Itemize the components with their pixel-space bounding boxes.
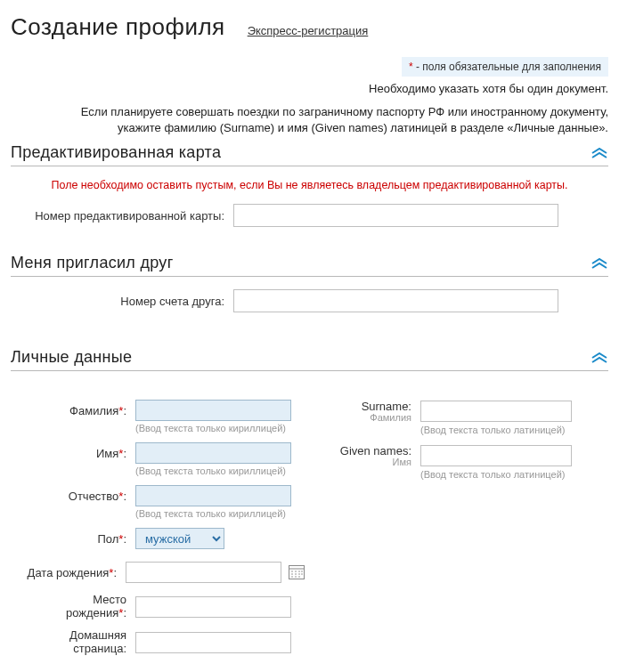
svg-rect-0 (289, 566, 305, 579)
name-ru-hint: (Ввод текста только кириллицей) (135, 464, 305, 482)
gender-label: Пол*: (11, 532, 135, 546)
surname-en-input[interactable] (420, 401, 572, 422)
svg-point-6 (291, 574, 293, 576)
collapse-icon[interactable] (590, 148, 608, 158)
svg-point-4 (298, 571, 300, 573)
card-warning-text: Поле необходимо оставить пустым, если Вы… (11, 179, 608, 191)
express-registration-link[interactable]: Экспресс-регистрация (248, 24, 369, 37)
svg-point-9 (301, 574, 303, 576)
homepage-label: Домашняя страница: (11, 629, 135, 656)
section-title-personal: Личные данные (11, 348, 132, 367)
svg-point-11 (295, 577, 297, 579)
page-title: Создание профиля (11, 13, 225, 41)
birthplace-label: Место рождения*: (11, 594, 135, 620)
svg-point-2 (291, 571, 293, 573)
section-title-card: Предактивированная карта (11, 143, 221, 162)
name-ru-input[interactable] (135, 442, 291, 464)
patronymic-label: Отчество*: (11, 490, 135, 503)
name-ru-label: Имя*: (11, 447, 135, 460)
card-number-input[interactable] (233, 204, 558, 227)
svg-point-3 (295, 571, 297, 573)
svg-point-7 (295, 574, 297, 576)
svg-point-8 (298, 574, 300, 576)
collapse-icon[interactable] (590, 352, 608, 363)
given-names-en-hint: (Ввод текста только латиницей) (420, 467, 608, 485)
svg-point-12 (298, 577, 300, 579)
svg-point-10 (291, 577, 293, 579)
required-fields-note: * - поля обязательные для заполнения (402, 57, 608, 77)
surname-ru-label: Фамилия*: (11, 404, 135, 417)
document-note: Необходимо указать хотя бы один документ… (11, 82, 608, 95)
gender-select[interactable]: мужской (135, 528, 224, 549)
travel-note: Если планируете совершать поездки по заг… (11, 104, 608, 136)
surname-en-hint: (Ввод текста только латиницей) (420, 423, 608, 441)
surname-en-label: Surname: Фамилия (314, 400, 420, 423)
calendar-icon[interactable] (289, 565, 305, 579)
friend-account-label: Номер счета друга: (11, 295, 233, 308)
birthdate-label: Дата рождения*: (11, 566, 126, 579)
given-names-en-input[interactable] (420, 445, 572, 466)
collapse-icon[interactable] (590, 258, 608, 269)
birthdate-input[interactable] (126, 562, 281, 583)
homepage-input[interactable] (135, 632, 291, 653)
birthplace-input[interactable] (135, 596, 291, 618)
svg-point-5 (301, 571, 303, 573)
card-number-label: Номер предактивированной карты: (11, 209, 233, 223)
patronymic-hint: (Ввод текста только кириллицей) (135, 506, 305, 524)
friend-account-input[interactable] (233, 289, 558, 312)
section-title-friend: Меня пригласил друг (11, 254, 174, 272)
given-names-en-label: Given names: Имя (314, 444, 420, 467)
surname-ru-input[interactable] (135, 400, 291, 421)
surname-ru-hint: (Ввод текста только кириллицей) (135, 421, 305, 439)
patronymic-input[interactable] (135, 485, 291, 506)
